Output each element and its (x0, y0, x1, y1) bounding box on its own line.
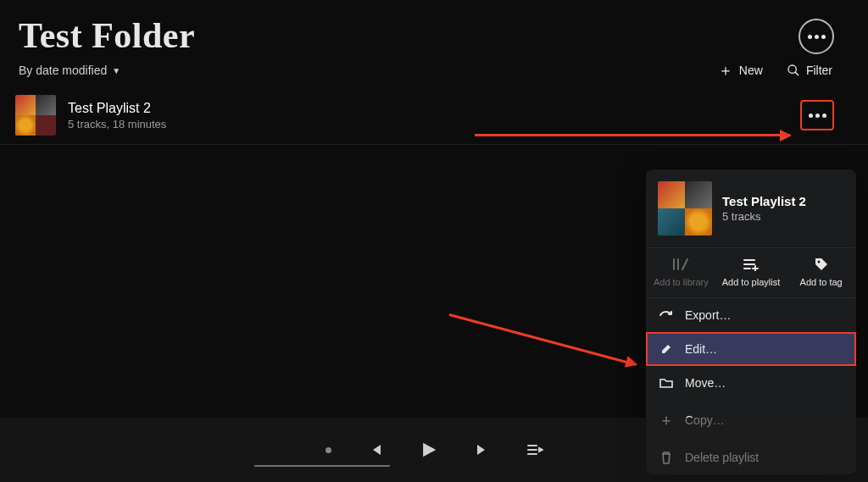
sort-label: By date modified (19, 64, 107, 77)
edit-menu-item[interactable]: Edit… (646, 332, 856, 366)
chevron-down-icon: ▼ (112, 66, 120, 75)
queue-icon (526, 443, 543, 457)
player-bar (0, 418, 868, 482)
new-label: New (739, 64, 763, 77)
move-menu-item[interactable]: Move… (646, 366, 856, 400)
annotation-arrow (475, 134, 790, 136)
previous-track-button[interactable] (369, 443, 382, 457)
sort-dropdown[interactable]: By date modified ▼ (19, 64, 120, 77)
plus-icon: ＋ (718, 63, 733, 78)
skip-previous-icon (369, 443, 382, 457)
queue-button[interactable] (526, 443, 543, 457)
context-title: Test Playlist 2 (722, 194, 806, 208)
folder-icon (659, 377, 673, 389)
playlist-title: Test Playlist 2 (68, 101, 166, 116)
filter-label: Filter (806, 64, 832, 77)
tag-icon (814, 257, 829, 272)
add-to-library-button: Add to library (649, 257, 712, 287)
new-button[interactable]: ＋ New (718, 63, 763, 78)
folder-more-button[interactable] (798, 19, 834, 54)
svg-point-0 (788, 65, 796, 73)
play-icon (420, 440, 438, 459)
playlist-artwork (15, 95, 56, 136)
add-to-tag-button[interactable]: Add to tag (790, 257, 853, 287)
playlist-more-button[interactable] (800, 100, 834, 130)
context-quick-actions: Add to library Add to playlist Add to ta… (646, 248, 856, 298)
annotation-arrow (449, 313, 637, 366)
filter-button[interactable]: Filter (787, 63, 832, 78)
add-to-playlist-button[interactable]: Add to playlist (720, 257, 782, 287)
shuffle-icon (326, 447, 331, 453)
search-icon (787, 64, 800, 77)
svg-point-2 (817, 261, 820, 263)
page-title: Test Folder (19, 15, 195, 56)
more-icon (809, 114, 826, 118)
progress-bar[interactable] (254, 465, 390, 467)
toolbar: By date modified ▼ ＋ New Filter (0, 59, 868, 86)
next-track-button[interactable] (476, 443, 489, 457)
playlist-artwork (658, 181, 712, 235)
export-menu-item[interactable]: Export… (646, 298, 856, 332)
library-icon (672, 257, 689, 272)
shuffle-button[interactable] (326, 447, 331, 453)
play-button[interactable] (420, 440, 438, 459)
playlist-add-icon (743, 257, 760, 272)
playlist-subtitle: 5 tracks, 18 minutes (68, 118, 166, 130)
more-icon (808, 35, 826, 39)
skip-next-icon (476, 443, 489, 457)
pencil-icon (659, 343, 673, 355)
export-icon (659, 309, 673, 321)
context-menu-header: Test Playlist 2 5 tracks (646, 169, 856, 248)
context-subtitle: 5 tracks (722, 210, 806, 223)
svg-line-1 (795, 72, 798, 75)
